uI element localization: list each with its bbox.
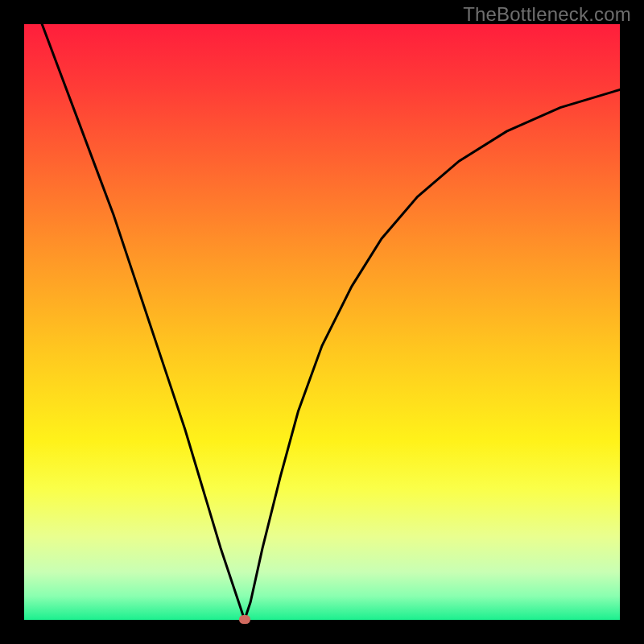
bottleneck-plot [24,24,620,620]
plot-background [24,24,620,620]
optimal-point-marker [239,615,250,624]
watermark-label: TheBottleneck.com [463,3,631,26]
chart-frame: TheBottleneck.com [0,0,644,644]
